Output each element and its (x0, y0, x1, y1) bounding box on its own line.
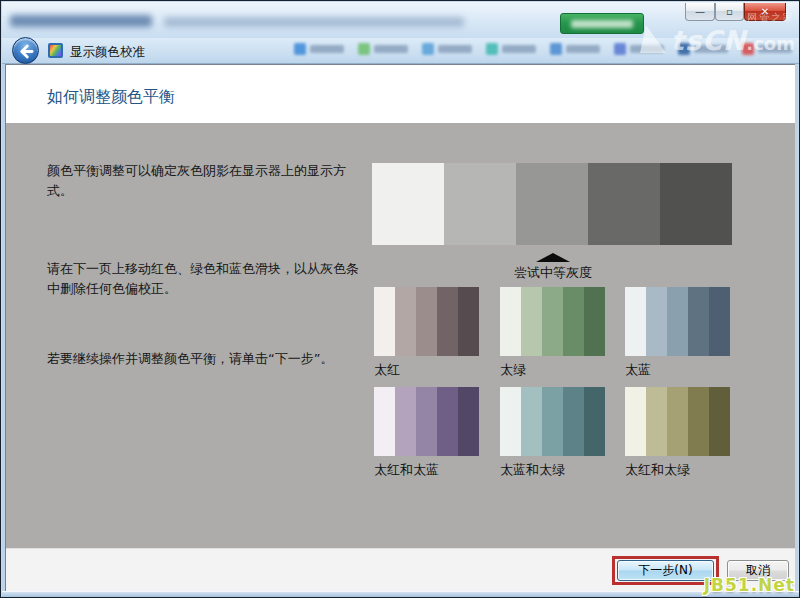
color-segment (374, 287, 395, 356)
toolbar-item-blurred-label (630, 45, 664, 53)
cancel-button[interactable]: 取消 (727, 560, 789, 581)
color-segment (516, 163, 588, 245)
toolbar-item-blurred-label (694, 45, 728, 53)
toolbar-blurred-item[interactable] (742, 43, 792, 55)
toolbar-item-icon (550, 43, 562, 55)
toolbar-blurred-item[interactable] (486, 43, 536, 55)
swatch-label: 太红和太蓝 (374, 461, 479, 479)
medium-gray-pointer-label: 尝试中等灰度 (433, 264, 673, 282)
medium-gray-pointer-icon (536, 253, 570, 262)
color-segment (395, 287, 416, 356)
green-button-blurred-label (571, 20, 633, 28)
instruction-paragraph-3: 若要继续操作并调整颜色平衡，请单击“下一步”。 (47, 349, 363, 369)
toolbar-blurred-item[interactable] (614, 43, 664, 55)
green-action-button[interactable] (560, 13, 644, 34)
display-calibration-icon (48, 43, 63, 58)
color-segment (458, 287, 479, 356)
color-segment (688, 387, 709, 456)
swatch-too-blue-and-green: 太蓝和太绿 (500, 387, 605, 479)
wizard-header: 如何调整颜色平衡 (6, 65, 796, 123)
window-frame-bottom (2, 591, 800, 598)
app-title: 显示颜色校准 (70, 44, 145, 61)
color-segment (646, 387, 667, 456)
toolbar-item-blurred-label (502, 45, 536, 53)
toolbar-item-icon (486, 43, 498, 55)
wizard-body: 颜色平衡调整可以确定灰色阴影在显示器上的显示方式。 请在下一页上移动红色、绿色和… (6, 123, 796, 548)
wizard-toolbar: 显示颜色校准 (2, 38, 800, 64)
toolbar-item-icon (358, 43, 370, 55)
color-segment (709, 287, 730, 356)
swatch-label: 太红和太绿 (625, 461, 730, 479)
swatch-label: 太绿 (500, 361, 605, 379)
color-segment (372, 163, 444, 245)
window-frame-left (2, 64, 5, 591)
color-segment (625, 387, 646, 456)
swatch-bar (625, 287, 730, 356)
window-controls: — ▫ ✕ (685, 3, 786, 21)
toolbar-blurred-item[interactable] (358, 43, 408, 55)
maximize-button[interactable]: ▫ (715, 3, 744, 21)
swatch-too-green: 太绿 (500, 287, 605, 379)
color-segment (416, 287, 437, 356)
color-segment (667, 387, 688, 456)
color-segment (688, 287, 709, 356)
color-segment (521, 387, 542, 456)
instruction-paragraph-2: 请在下一页上移动红色、绿色和蓝色滑块，以从灰色条中删除任何色偏校正。 (47, 259, 363, 299)
toolbar-item-blurred-label (566, 45, 600, 53)
color-segment (395, 387, 416, 456)
color-segment (458, 387, 479, 456)
toolbar-blurred-item[interactable] (422, 43, 472, 55)
color-segment (646, 287, 667, 356)
blurred-toolbar-items (294, 43, 792, 55)
color-segment (660, 163, 732, 245)
toolbar-item-icon (614, 43, 626, 55)
window-frame-right (795, 64, 798, 591)
grayscale-sample-bar (372, 163, 732, 245)
toolbar-item-icon (742, 43, 754, 55)
toolbar-item-blurred-label (758, 45, 792, 53)
swatch-bar (625, 387, 730, 456)
toolbar-item-blurred-label (310, 45, 344, 53)
color-segment (584, 387, 605, 456)
color-segment (374, 387, 395, 456)
toolbar-blurred-item[interactable] (550, 43, 600, 55)
swatch-bar (374, 287, 479, 356)
color-segment (584, 287, 605, 356)
swatch-bar (500, 387, 605, 456)
swatch-label: 太蓝 (625, 361, 730, 379)
next-button[interactable]: 下一步(N) (617, 560, 714, 581)
toolbar-blurred-item[interactable] (294, 43, 344, 55)
color-segment (709, 387, 730, 456)
color-segment (437, 387, 458, 456)
swatch-bar (500, 287, 605, 356)
color-segment (521, 287, 542, 356)
swatch-bar (374, 387, 479, 456)
color-segment (667, 287, 688, 356)
toolbar-item-icon (294, 43, 306, 55)
toolbar-item-icon (678, 43, 690, 55)
swatch-label: 太红 (374, 361, 479, 379)
color-segment (500, 287, 521, 356)
back-button[interactable] (12, 37, 39, 64)
blurred-address-text-secondary (164, 17, 464, 27)
color-segment (542, 387, 563, 456)
close-button[interactable]: ✕ (744, 3, 786, 21)
toolbar-blurred-item[interactable] (678, 43, 728, 55)
display-color-calibration-window: — ▫ ✕ 网管之家 tsCN .com 显示颜色校准 如何调整颜色平衡 (0, 0, 800, 598)
wizard-footer: 下一步(N) 取消 (6, 548, 796, 592)
color-segment (416, 387, 437, 456)
color-segment (500, 387, 521, 456)
instruction-paragraph-1: 颜色平衡调整可以确定灰色阴影在显示器上的显示方式。 (47, 161, 363, 201)
color-segment (437, 287, 458, 356)
swatch-too-red: 太红 (374, 287, 479, 379)
toolbar-item-blurred-label (374, 45, 408, 53)
color-segment (625, 287, 646, 356)
back-arrow-icon (17, 42, 36, 61)
blurred-address-text (10, 15, 152, 27)
color-segment (563, 287, 584, 356)
color-segment (588, 163, 660, 245)
wizard-content: 如何调整颜色平衡 颜色平衡调整可以确定灰色阴影在显示器上的显示方式。 请在下一页… (5, 64, 797, 591)
minimize-button[interactable]: — (685, 3, 715, 21)
toolbar-item-icon (422, 43, 434, 55)
browser-titlebar: — ▫ ✕ (2, 2, 800, 38)
